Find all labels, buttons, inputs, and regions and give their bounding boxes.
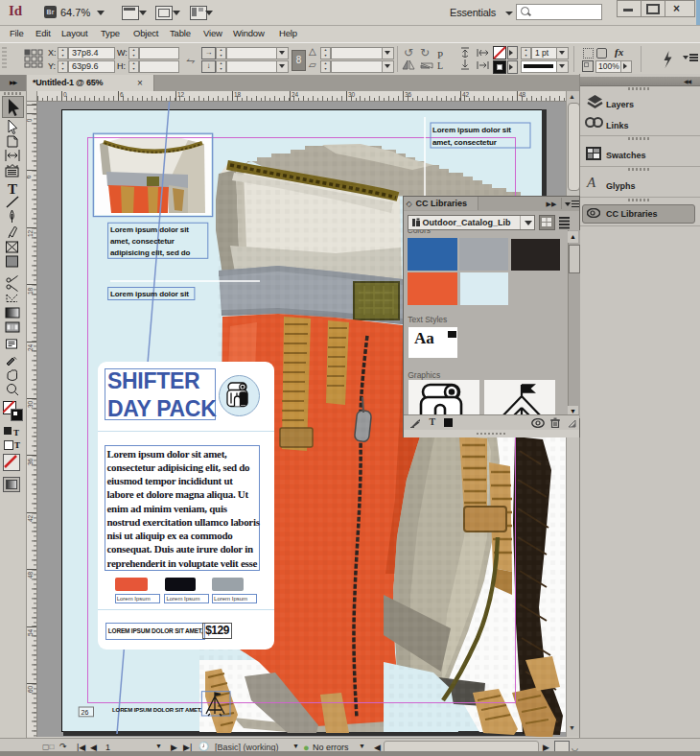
svg-text:26: 26: [82, 709, 89, 716]
svg-text:T: T: [8, 181, 17, 197]
